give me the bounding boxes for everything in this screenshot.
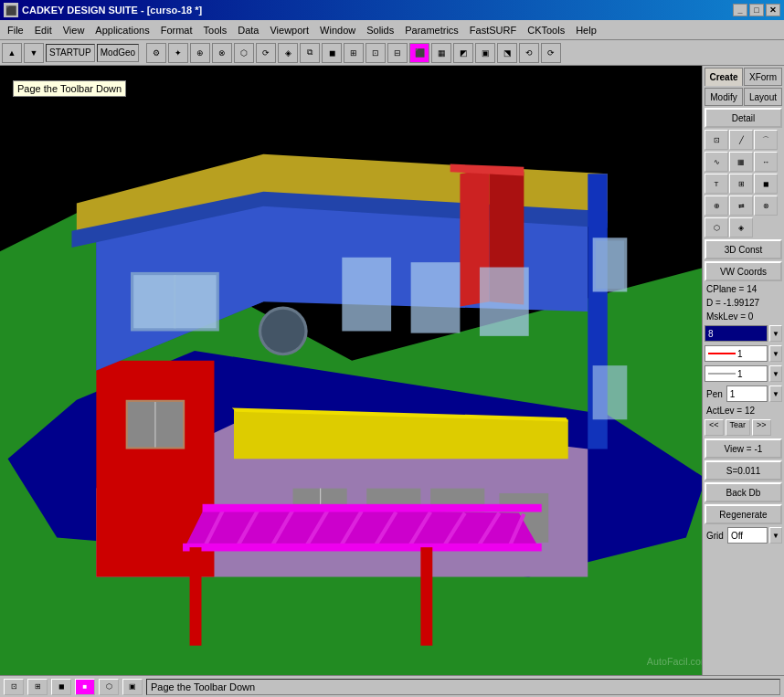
tab-modify[interactable]: Modify xyxy=(705,88,743,106)
icon-solid[interactable]: ◼ xyxy=(754,174,778,194)
tab-create[interactable]: Create xyxy=(705,68,743,86)
panel-tabs-row1: Create XForm xyxy=(705,68,782,86)
toolbar-modgeo-label[interactable]: ModGeo xyxy=(97,44,139,62)
info-cplane: CPlane = 14 xyxy=(705,283,782,295)
linestyle2-arrow[interactable]: ▼ xyxy=(769,365,782,382)
grid-arrow[interactable]: ▼ xyxy=(769,527,782,544)
icon-misc1[interactable]: ⬡ xyxy=(705,217,728,238)
icon-spline[interactable]: ∿ xyxy=(705,152,728,172)
pen-value[interactable]: 1 xyxy=(726,385,768,402)
menu-help[interactable]: Help xyxy=(570,23,602,37)
title-bar-left: ⬛ CADKEY DESIGN SUITE - [curso-18 *] xyxy=(4,3,202,17)
tab-xform[interactable]: XForm xyxy=(744,68,782,86)
toolbar-arrow-up[interactable]: ▲ xyxy=(2,43,22,63)
linestyle2-display[interactable]: 1 xyxy=(705,365,768,382)
icon-surf[interactable]: ▦ xyxy=(729,152,753,172)
menu-fastsurf[interactable]: FastSURF xyxy=(464,23,522,37)
menu-solids[interactable]: Solids xyxy=(361,23,399,37)
tb-icon-1[interactable]: ⚙ xyxy=(146,43,166,63)
icon-row-3: T ⊞ ◼ xyxy=(705,174,782,194)
maximize-button[interactable]: □ xyxy=(749,4,764,16)
menu-parametrics[interactable]: Parametrics xyxy=(399,23,464,37)
icon-pt[interactable]: ⊡ xyxy=(705,130,728,150)
nav-left-button[interactable]: << xyxy=(705,419,724,436)
tb-icon-7[interactable]: ◈ xyxy=(278,43,298,63)
right-panel: Create XForm Modify Layout Detail ⊡ ╱ ⌒ … xyxy=(702,66,784,675)
icon-note[interactable]: T xyxy=(705,174,728,194)
icon-line[interactable]: ╱ xyxy=(729,130,753,150)
level-select[interactable]: 8 xyxy=(705,325,768,342)
tb-icon-6[interactable]: ⟳ xyxy=(256,43,276,63)
menu-cktools[interactable]: CKTools xyxy=(522,23,570,37)
tb-icon-19[interactable]: ⟳ xyxy=(541,43,561,63)
svg-rect-34 xyxy=(593,365,628,419)
tb-icon-3[interactable]: ⊕ xyxy=(190,43,210,63)
icon-arc[interactable]: ⌒ xyxy=(754,130,778,150)
menu-data[interactable]: Data xyxy=(232,23,264,37)
menu-applications[interactable]: Applications xyxy=(90,23,154,37)
pen-arrow[interactable]: ▼ xyxy=(769,385,782,402)
level-dropdown-arrow[interactable]: ▼ xyxy=(769,325,782,342)
nav-right-button[interactable]: >> xyxy=(752,419,771,436)
menu-window[interactable]: Window xyxy=(314,23,361,37)
tb-icon-18[interactable]: ⟲ xyxy=(519,43,539,63)
icon-extra[interactable]: ⊗ xyxy=(754,195,778,216)
svg-rect-33 xyxy=(596,240,624,289)
status-text: Page the Toolbar Down xyxy=(146,679,780,695)
status-btn-3[interactable]: ◼ xyxy=(51,679,71,695)
menu-tools[interactable]: Tools xyxy=(198,23,233,37)
grid-dropdown: Grid Off ▼ xyxy=(705,526,782,544)
menu-format[interactable]: Format xyxy=(155,23,198,37)
menu-viewport[interactable]: Viewport xyxy=(264,23,314,37)
status-btn-5[interactable]: ⬡ xyxy=(99,679,119,695)
tb-icon-16[interactable]: ▣ xyxy=(475,43,495,63)
btn-vw-coords[interactable]: VW Coords xyxy=(705,261,782,281)
tb-icon-15[interactable]: ◩ xyxy=(453,43,473,63)
tb-icon-8[interactable]: ⧉ xyxy=(300,43,320,63)
tb-icon-4[interactable]: ⊗ xyxy=(212,43,232,63)
status-btn-1[interactable]: ⊡ xyxy=(4,679,24,695)
toolbar-startup-label[interactable]: STARTUP xyxy=(46,44,95,62)
tb-icon-5[interactable]: ⬡ xyxy=(234,43,254,63)
status-btn-4[interactable]: ■ xyxy=(75,679,95,695)
toolbar-arrow-down[interactable]: ▼ xyxy=(24,43,44,63)
3d-scene: AutoFacil.com xyxy=(0,66,702,675)
tb-icon-2[interactable]: ✦ xyxy=(168,43,188,63)
tb-icon-13[interactable]: ⬛ xyxy=(409,43,429,63)
btn-scale[interactable]: S=0.011 xyxy=(705,460,782,481)
btn-regenerate[interactable]: Regenerate xyxy=(705,504,782,524)
linestyle1-display[interactable]: 1 xyxy=(705,345,768,362)
icon-move[interactable]: ⇄ xyxy=(729,195,753,216)
tear-button[interactable]: Tear xyxy=(726,419,751,436)
close-button[interactable]: ✕ xyxy=(766,4,780,16)
viewport[interactable]: AutoFacil.com xyxy=(0,66,702,675)
tb-icon-10[interactable]: ⊞ xyxy=(344,43,364,63)
tb-icon-17[interactable]: ⬔ xyxy=(497,43,517,63)
title-bar-controls[interactable]: _ □ ✕ xyxy=(733,4,780,16)
menu-edit[interactable]: Edit xyxy=(29,23,58,37)
minimize-button[interactable]: _ xyxy=(733,4,747,16)
tb-icon-9[interactable]: ◼ xyxy=(322,43,342,63)
linestyle1-arrow[interactable]: ▼ xyxy=(769,345,782,362)
status-btn-6[interactable]: ▣ xyxy=(122,679,143,695)
icon-row-5: ⬡ ◈ xyxy=(705,217,782,238)
menu-bar: File Edit View Applications Format Tools… xyxy=(0,20,784,40)
btn-view[interactable]: View = -1 xyxy=(705,438,782,459)
tb-icon-14[interactable]: ▦ xyxy=(431,43,451,63)
status-btn-2[interactable]: ⊞ xyxy=(27,679,48,695)
menu-view[interactable]: View xyxy=(58,23,90,37)
menu-file[interactable]: File xyxy=(2,23,29,37)
tab-layout[interactable]: Layout xyxy=(744,88,782,106)
icon-xhatch[interactable]: ⊞ xyxy=(729,174,753,194)
btn-3d-const[interactable]: 3D Const xyxy=(705,239,782,259)
tb-icon-11[interactable]: ⊡ xyxy=(366,43,386,63)
main-area: AutoFacil.com Create XForm Modify Layout… xyxy=(0,66,784,675)
icon-coord[interactable]: ⊕ xyxy=(705,195,728,216)
icon-misc2[interactable]: ◈ xyxy=(729,217,753,238)
tb-icon-12[interactable]: ⊟ xyxy=(387,43,408,63)
grid-value[interactable]: Off xyxy=(727,527,768,544)
btn-back-db[interactable]: Back Db xyxy=(705,482,782,502)
svg-text:AutoFacil.com: AutoFacil.com xyxy=(647,656,702,667)
btn-detail[interactable]: Detail xyxy=(705,108,782,128)
icon-dim[interactable]: ↔ xyxy=(754,152,778,172)
